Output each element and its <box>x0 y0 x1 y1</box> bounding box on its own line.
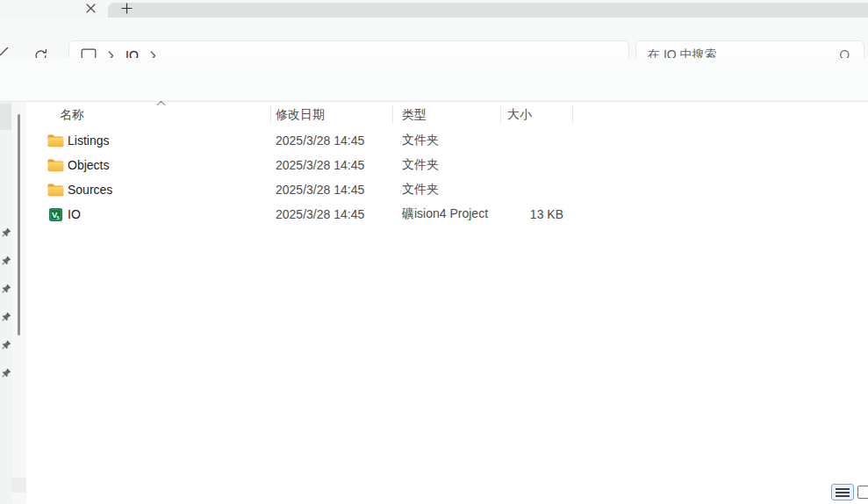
column-header-row: 名称 修改日期 类型 大小 <box>26 104 868 125</box>
close-icon <box>86 4 96 13</box>
folder-icon <box>47 134 64 148</box>
nav-scrollbar[interactable] <box>18 114 20 335</box>
column-divider[interactable] <box>500 105 501 124</box>
file-size <box>500 153 563 177</box>
pin-icon <box>1 227 11 238</box>
file-type: 文件夹 <box>402 153 439 177</box>
file-type: 文件夹 <box>402 177 439 202</box>
up-arrow-icon[interactable] <box>0 47 9 57</box>
pin-icon <box>1 256 11 266</box>
file-date: 2025/3/28 14:45 <box>276 153 364 177</box>
file-type: 礦ision4 Project <box>402 202 488 227</box>
column-divider[interactable] <box>392 105 393 124</box>
command-toolbar: A 排序 <box>0 58 868 102</box>
pin-icon <box>1 368 11 378</box>
file-name[interactable]: Listings <box>68 128 109 153</box>
file-row[interactable]: Objects 2025/3/28 14:45 文件夹 <box>26 153 868 177</box>
column-divider[interactable] <box>572 105 573 124</box>
file-name[interactable]: Sources <box>68 177 112 202</box>
title-bar-area <box>108 3 868 18</box>
file-row[interactable]: IO 2025/3/28 14:45 礦ision4 Project 13 KB <box>26 202 868 227</box>
status-bar <box>26 486 868 504</box>
column-header-size[interactable]: 大小 <box>507 107 532 123</box>
column-header-date[interactable]: 修改日期 <box>276 107 325 123</box>
large-icons-view-toggle-button[interactable] <box>857 486 868 499</box>
file-explorer-window: IO 在 IO 中搜索 <box>0 0 868 504</box>
navigation-pane-edge <box>0 102 26 504</box>
pin-icon <box>1 312 11 322</box>
pin-icon <box>1 340 11 350</box>
new-tab-button[interactable] <box>118 0 134 16</box>
file-date: 2025/3/28 14:45 <box>276 177 364 202</box>
plus-icon <box>121 3 133 14</box>
folder-icon <box>47 184 64 197</box>
file-row[interactable]: Sources 2025/3/28 14:45 文件夹 <box>26 177 868 202</box>
details-view-toggle-button[interactable] <box>831 484 854 500</box>
nav-selected-item-fragment[interactable] <box>0 104 11 130</box>
tab-close-button[interactable] <box>83 1 97 15</box>
uvision-project-icon <box>49 208 62 221</box>
tab-bar <box>0 0 868 18</box>
file-name[interactable]: IO <box>68 202 81 227</box>
file-size <box>500 177 563 202</box>
column-header-name[interactable]: 名称 <box>60 107 84 123</box>
folder-icon <box>47 159 64 172</box>
pin-icon <box>1 284 11 294</box>
file-list-area: 名称 修改日期 类型 大小 Listings 2025/3/28 14:45 文… <box>26 102 868 486</box>
file-date: 2025/3/28 14:45 <box>276 202 364 227</box>
sort-ascending-caret-icon <box>156 100 166 106</box>
file-name[interactable]: Objects <box>68 153 109 177</box>
column-divider[interactable] <box>270 105 271 124</box>
file-list: Listings 2025/3/28 14:45 文件夹 Objects 202… <box>26 128 868 227</box>
file-size <box>500 128 563 153</box>
file-date: 2025/3/28 14:45 <box>276 128 364 153</box>
file-type: 文件夹 <box>402 128 439 153</box>
file-row[interactable]: Listings 2025/3/28 14:45 文件夹 <box>26 128 868 153</box>
column-header-type[interactable]: 类型 <box>402 107 427 123</box>
file-size: 13 KB <box>500 202 563 227</box>
address-row: IO 在 IO 中搜索 <box>0 18 868 58</box>
